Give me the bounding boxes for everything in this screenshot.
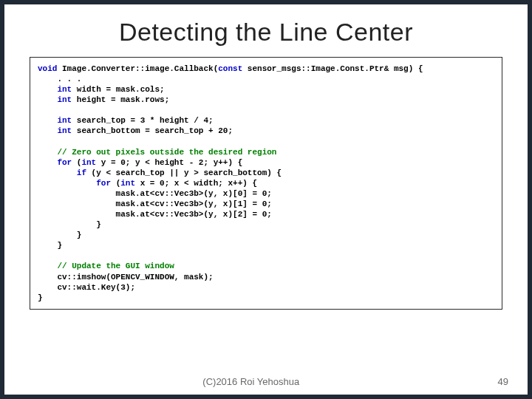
code-text: (y < search_top || y > search_bottom) {: [86, 168, 282, 177]
code-text: mask.at<cv::Vec3b>(y, x)[2] = 0;: [38, 210, 272, 219]
code-text: }: [38, 231, 81, 239]
code-text: cv::imshow(OPENCV_WINDOW, mask);: [38, 273, 214, 282]
code-kw: if: [38, 168, 86, 177]
code-blank: [38, 106, 43, 115]
code-text: (: [111, 179, 120, 188]
slide-footer: (C)2016 Roi Yehoshua 49: [4, 376, 528, 387]
code-kw: const: [218, 64, 242, 73]
slide-title: Detecting the Line Center: [4, 4, 528, 57]
code-text: mask.at<cv::Vec3b>(y, x)[0] = 0;: [38, 189, 272, 198]
code-text: Image.Converter::image.Callback(: [57, 64, 218, 73]
code-kw: int: [38, 126, 72, 135]
code-kw: int: [38, 95, 72, 104]
code-comment: // Zero out pixels outside the desired r…: [38, 148, 276, 157]
code-text: . . .: [38, 75, 81, 83]
code-text: search_bottom = search_top + 20;: [72, 126, 233, 135]
code-comment: // Update the GUI window: [38, 262, 174, 270]
code-kw: int: [38, 85, 72, 94]
code-text: }: [38, 293, 43, 302]
code-kw: int: [120, 179, 135, 188]
page-number: 49: [498, 376, 508, 387]
slide: Detecting the Line Center void Image.Con…: [0, 0, 532, 399]
code-kw: for: [38, 158, 72, 167]
code-kw: for: [38, 179, 111, 188]
code-text: x = 0; x < width; x++) {: [135, 179, 257, 188]
code-text: height = mask.rows;: [72, 95, 169, 104]
code-kw: void: [38, 64, 57, 73]
code-kw: int: [38, 116, 72, 125]
code-blank: [38, 137, 43, 146]
code-text: y = 0; y < height - 2; y++) {: [96, 158, 242, 167]
code-text: (: [72, 158, 81, 167]
code-text: }: [38, 220, 101, 229]
code-text: }: [38, 241, 62, 250]
code-text: width = mask.cols;: [72, 85, 164, 94]
code-text: search_top = 3 * height / 4;: [72, 116, 213, 125]
code-text: cv::wait.Key(3);: [38, 283, 135, 292]
code-kw: int: [81, 158, 96, 167]
code-text: mask.at<cv::Vec3b>(y, x)[1] = 0;: [38, 200, 272, 208]
code-blank: [38, 251, 43, 260]
code-block: void Image.Converter::image.Callback(con…: [30, 57, 502, 310]
code-text: sensor_msgs::Image.Const.Ptr& msg) {: [242, 64, 423, 73]
copyright-text: (C)2016 Roi Yehoshua: [4, 376, 498, 387]
